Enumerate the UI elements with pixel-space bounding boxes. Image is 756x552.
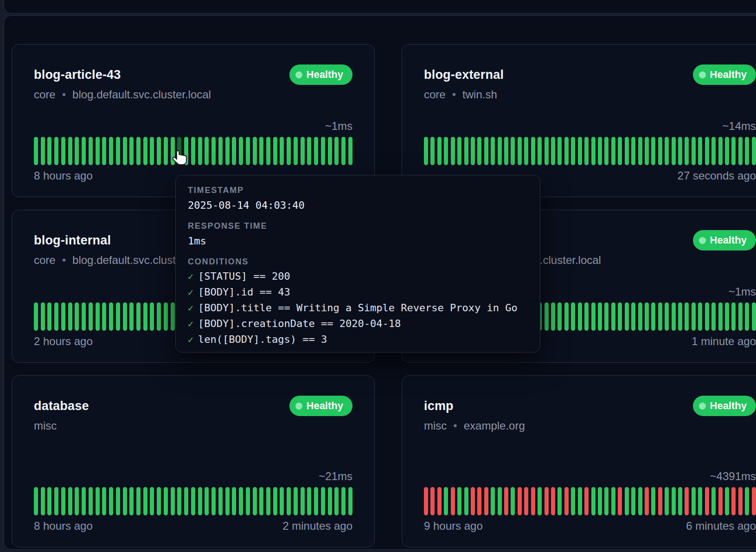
- history-bar[interactable]: [571, 137, 575, 165]
- history-bar[interactable]: [259, 487, 263, 515]
- history-bar[interactable]: [287, 487, 291, 515]
- history-bar[interactable]: [591, 302, 596, 331]
- history-bar[interactable]: [578, 137, 582, 165]
- history-bar[interactable]: [164, 137, 168, 165]
- history-bar[interactable]: [75, 302, 79, 331]
- history-bar[interactable]: [451, 487, 455, 515]
- history-bar[interactable]: [491, 487, 495, 515]
- endpoint-card[interactable]: database Healthy misc• ~21ms 8 hours ago…: [12, 375, 375, 547]
- history-bar[interactable]: [584, 487, 589, 515]
- history-bar[interactable]: [705, 137, 709, 165]
- history-bar[interactable]: [718, 487, 723, 515]
- history-bar[interactable]: [698, 302, 702, 331]
- history-bar[interactable]: [123, 487, 127, 515]
- history-bar[interactable]: [47, 487, 51, 515]
- history-bar[interactable]: [678, 487, 682, 515]
- history-bar[interactable]: [341, 137, 346, 165]
- history-bar[interactable]: [430, 137, 435, 165]
- history-bar[interactable]: [631, 487, 635, 515]
- history-bar[interactable]: [638, 137, 642, 165]
- history-bar[interactable]: [68, 302, 72, 331]
- history-bar[interactable]: [150, 137, 154, 165]
- history-bar[interactable]: [524, 487, 528, 515]
- history-bar[interactable]: [34, 137, 38, 165]
- history-bar[interactable]: [341, 487, 346, 515]
- history-bar[interactable]: [692, 302, 696, 331]
- history-bar[interactable]: [109, 302, 113, 331]
- history-bar[interactable]: [491, 137, 495, 165]
- history-bar[interactable]: [116, 137, 120, 165]
- history-bar[interactable]: [61, 302, 65, 331]
- history-bar[interactable]: [211, 487, 216, 515]
- history-bar[interactable]: [524, 137, 528, 165]
- history-bar[interactable]: [604, 487, 609, 515]
- history-bar[interactable]: [457, 137, 461, 165]
- history-bar[interactable]: [557, 137, 562, 165]
- history-bar[interactable]: [211, 137, 216, 165]
- history-bar[interactable]: [47, 302, 51, 331]
- history-bar[interactable]: [102, 487, 106, 515]
- endpoint-card[interactable]: blog-article-43 Healthy core•blog.defaul…: [12, 44, 375, 197]
- history-bar[interactable]: [658, 137, 662, 165]
- history-bar[interactable]: [246, 487, 250, 515]
- history-bar[interactable]: [164, 302, 168, 331]
- history-bar[interactable]: [658, 487, 662, 515]
- history-bar[interactable]: [678, 137, 682, 165]
- history-bar[interactable]: [54, 302, 58, 331]
- history-bar[interactable]: [598, 487, 602, 515]
- history-bar[interactable]: [718, 302, 723, 331]
- history-bar[interactable]: [348, 487, 352, 515]
- history-bar[interactable]: [129, 302, 134, 331]
- history-bar[interactable]: [731, 302, 736, 331]
- history-bar[interactable]: [672, 487, 676, 515]
- history-bar[interactable]: [266, 137, 270, 165]
- history-bar[interactable]: [591, 137, 596, 165]
- history-bar[interactable]: [498, 487, 502, 515]
- history-bar[interactable]: [61, 487, 65, 515]
- history-bar[interactable]: [484, 487, 488, 515]
- history-bar[interactable]: [752, 137, 756, 165]
- history-bar[interactable]: [711, 302, 716, 331]
- history-bar[interactable]: [471, 487, 475, 515]
- history-bar[interactable]: [611, 137, 615, 165]
- history-bar[interactable]: [457, 487, 461, 515]
- history-bar[interactable]: [672, 302, 676, 331]
- history-bar[interactable]: [698, 487, 702, 515]
- history-bar[interactable]: [334, 137, 339, 165]
- history-bar[interactable]: [651, 137, 655, 165]
- history-bar[interactable]: [484, 137, 488, 165]
- history-bar[interactable]: [531, 487, 535, 515]
- history-bar[interactable]: [665, 137, 669, 165]
- history-bar[interactable]: [545, 302, 549, 331]
- history-bar[interactable]: [102, 137, 106, 165]
- history-bar[interactable]: [651, 487, 655, 515]
- history-bar[interactable]: [96, 137, 100, 165]
- history-bar[interactable]: [645, 137, 649, 165]
- history-bar[interactable]: [511, 487, 515, 515]
- history-bar[interactable]: [738, 302, 743, 331]
- history-bar[interactable]: [464, 487, 468, 515]
- history-bar[interactable]: [658, 302, 662, 331]
- history-bar[interactable]: [564, 302, 569, 331]
- history-bar[interactable]: [745, 302, 749, 331]
- history-bar[interactable]: [102, 302, 106, 331]
- history-bar[interactable]: [328, 487, 332, 515]
- history-bar[interactable]: [611, 487, 615, 515]
- history-bar[interactable]: [598, 302, 602, 331]
- history-bar[interactable]: [232, 137, 236, 165]
- history-bar[interactable]: [205, 137, 209, 165]
- history-bar[interactable]: [334, 487, 339, 515]
- history-bar[interactable]: [218, 137, 223, 165]
- history-bar[interactable]: [253, 137, 257, 165]
- history-bar[interactable]: [584, 137, 589, 165]
- history-bar[interactable]: [307, 137, 311, 165]
- history-bar[interactable]: [705, 487, 709, 515]
- history-bar[interactable]: [725, 137, 729, 165]
- history-bar[interactable]: [571, 487, 575, 515]
- history-bar[interactable]: [61, 137, 65, 165]
- history-bar[interactable]: [725, 487, 729, 515]
- history-bar[interactable]: [273, 137, 277, 165]
- history-bar[interactable]: [198, 487, 202, 515]
- history-bar[interactable]: [205, 487, 209, 515]
- history-bar[interactable]: [225, 137, 230, 165]
